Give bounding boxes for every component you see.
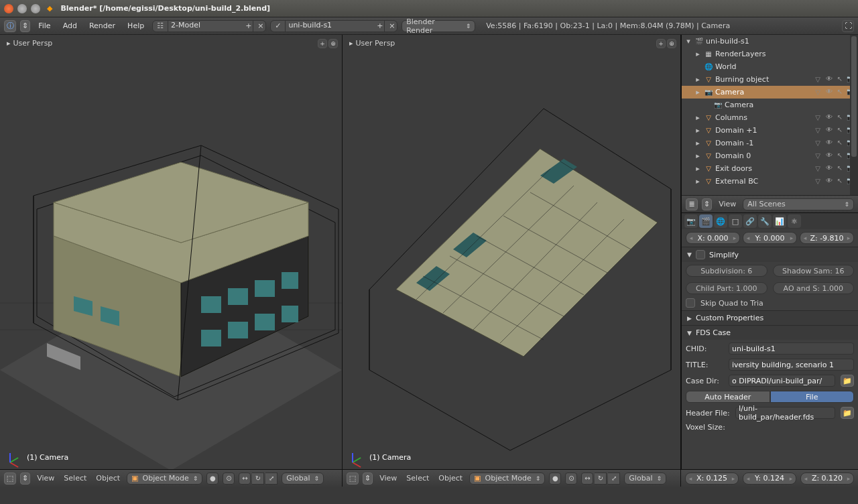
outliner-item[interactable]: ▸ ▽ Burning object | ▽ 👁 ↖ 📷 bbox=[682, 73, 858, 86]
fds-hdrfile-input[interactable]: I/uni-build_par/header.fds bbox=[735, 407, 835, 419]
manip-scale-icon[interactable]: ⤢ bbox=[265, 472, 278, 485]
expand-icon[interactable]: ▸ bbox=[694, 164, 702, 173]
panel-simplify-header[interactable]: ▼Simplify bbox=[682, 247, 858, 262]
orientation-dropdown[interactable]: Global⇕ bbox=[624, 472, 666, 485]
tab-data-icon[interactable]: 📊 bbox=[773, 214, 786, 228]
pivot-icon[interactable]: ⊙ bbox=[223, 472, 235, 485]
layout-add-icon[interactable]: + bbox=[241, 21, 253, 32]
view-menu[interactable]: View bbox=[377, 474, 400, 483]
selectable-icon[interactable]: ↖ bbox=[835, 126, 845, 135]
visibility-icon[interactable]: 👁 bbox=[824, 164, 834, 174]
object-data-icon[interactable]: ▽ bbox=[812, 113, 823, 123]
outliner-item[interactable]: ▸ ▽ Columns | ▽ 👁 ↖ 📷 bbox=[682, 111, 858, 124]
visibility-icon[interactable]: 👁 bbox=[824, 113, 834, 123]
visibility-icon[interactable]: 👁 bbox=[824, 151, 834, 161]
object-data-icon[interactable]: ▽ bbox=[812, 126, 823, 135]
fds-title-input[interactable]: iversity building, scenario 1 bbox=[729, 359, 854, 371]
object-data-icon[interactable]: ▽ bbox=[812, 151, 823, 161]
editor-type-icon[interactable]: ⓘ bbox=[4, 20, 16, 32]
object-data-icon[interactable]: ▽ bbox=[812, 177, 823, 186]
tab-physics-icon[interactable]: ⚛ bbox=[788, 214, 801, 228]
expand-icon[interactable]: ▸ bbox=[694, 113, 702, 122]
outliner-item[interactable]: ▸ ▽ Domain 0 | ▽ 👁 ↖ 📷 bbox=[682, 149, 858, 162]
selectable-icon[interactable]: ↖ bbox=[835, 177, 845, 186]
viewport-left[interactable]: ▸User Persp +⊕ (1) Camera bbox=[0, 35, 343, 469]
gravity-x[interactable]: ◂X: 0.000▸ bbox=[686, 232, 740, 244]
minimize-icon[interactable] bbox=[17, 4, 27, 13]
tab-render-icon[interactable]: 📷 bbox=[684, 214, 698, 228]
visibility-icon[interactable]: 👁 bbox=[824, 75, 834, 84]
tab-scene-icon[interactable]: 🎬 bbox=[699, 214, 713, 228]
shading-solid-icon[interactable]: ● bbox=[206, 472, 219, 485]
viewport-max-icon[interactable]: ⊕ bbox=[328, 39, 338, 48]
folder-icon[interactable]: 📁 bbox=[841, 407, 854, 419]
select-menu[interactable]: Select bbox=[404, 474, 432, 483]
expand-icon[interactable]: ▸ bbox=[694, 75, 702, 84]
outliner-world[interactable]: World bbox=[715, 62, 858, 71]
view-menu[interactable]: View bbox=[34, 474, 57, 483]
outliner-item[interactable]: ▸ ▽ Domain -1 | ▽ 👁 ↖ 📷 bbox=[682, 137, 858, 149]
outliner-item[interactable]: ▸ ▽ Exit doors | ▽ 👁 ↖ 📷 bbox=[682, 162, 858, 175]
fds-file-button[interactable]: File bbox=[770, 391, 855, 403]
header-expand-icon[interactable]: ⇕ bbox=[20, 472, 30, 485]
layout-name[interactable]: 2-Model bbox=[168, 21, 241, 32]
orientation-dropdown[interactable]: Global⇕ bbox=[282, 472, 324, 485]
viewport-right[interactable]: ▸User Persp +⊕ (1) Camera bbox=[343, 35, 681, 469]
select-menu[interactable]: Select bbox=[61, 474, 89, 483]
gravity-y[interactable]: ◂Y: 0.000▸ bbox=[743, 232, 797, 244]
outliner-item[interactable]: ▸ ▽ External BC | ▽ 👁 ↖ 📷 bbox=[682, 175, 858, 188]
skipquad-checkbox[interactable] bbox=[686, 298, 695, 308]
visibility-icon[interactable]: 👁 bbox=[824, 177, 834, 186]
panel-customprops-header[interactable]: ▶Custom Properties bbox=[682, 311, 858, 325]
tab-modifier-icon[interactable]: 🔧 bbox=[758, 214, 772, 228]
mode-dropdown[interactable]: ▣Object Mode⇕ bbox=[127, 472, 202, 485]
viewport-max-icon[interactable]: ⊕ bbox=[667, 39, 676, 48]
scene-browse-icon[interactable]: ✓ bbox=[271, 21, 286, 32]
scene-name[interactable]: uni-build-s1 bbox=[286, 21, 373, 32]
expand-icon[interactable]: ▸ bbox=[694, 50, 702, 58]
tab-constraint-icon[interactable]: 🔗 bbox=[743, 214, 757, 228]
close-icon[interactable] bbox=[4, 4, 13, 13]
tab-world-icon[interactable]: 🌐 bbox=[714, 214, 727, 228]
expand-icon[interactable]: ▸ bbox=[694, 139, 702, 147]
selectable-icon[interactable]: ↖ bbox=[835, 151, 845, 161]
expand-icon[interactable]: ▸ bbox=[694, 177, 702, 186]
visibility-icon[interactable]: 👁 bbox=[824, 126, 834, 135]
fds-chid-input[interactable]: uni-build-s1 bbox=[729, 342, 854, 355]
simplify-shadow[interactable]: Shadow Sam: 16 bbox=[773, 265, 855, 277]
layout-browse-icon[interactable]: ☷ bbox=[153, 21, 168, 32]
editor-type-icon[interactable]: ⬚ bbox=[347, 472, 359, 485]
fullscreen-icon[interactable]: ⛶ bbox=[842, 20, 854, 32]
expand-icon[interactable]: ▸ bbox=[694, 151, 702, 160]
simplify-checkbox[interactable] bbox=[696, 250, 705, 259]
object-data-icon[interactable]: ▽ bbox=[812, 75, 823, 84]
header-expand-icon[interactable]: ⇕ bbox=[363, 472, 373, 485]
expand-icon[interactable]: ▸ bbox=[694, 126, 702, 135]
menu-help[interactable]: Help bbox=[123, 21, 148, 30]
gravity-z[interactable]: ◂Z: -9.810▸ bbox=[800, 232, 854, 244]
voxel-z[interactable]: ◂Z: 0.120▸ bbox=[800, 472, 854, 485]
scene-add-icon[interactable]: + bbox=[373, 21, 385, 32]
fds-dir-input[interactable]: o DIPRADI/uni-build_par/ bbox=[729, 375, 835, 387]
simplify-ao[interactable]: AO and S: 1.000 bbox=[773, 282, 855, 294]
editor-type-icon[interactable]: ⬚ bbox=[4, 472, 16, 485]
shading-solid-icon[interactable]: ● bbox=[549, 472, 561, 485]
folder-icon[interactable]: 📁 bbox=[841, 375, 854, 387]
outliner-item-child[interactable]: 📷Camera bbox=[682, 99, 858, 111]
viewport-collapse-icon[interactable]: ▸ bbox=[349, 39, 353, 48]
selectable-icon[interactable]: ↖ bbox=[835, 75, 845, 84]
viewport-collapse-icon[interactable]: ▸ bbox=[7, 39, 11, 48]
tab-object-icon[interactable]: □ bbox=[729, 214, 742, 228]
voxel-y[interactable]: ◂Y: 0.124▸ bbox=[743, 472, 796, 485]
manip-translate-icon[interactable]: ↔ bbox=[581, 472, 593, 485]
visibility-icon[interactable]: 👁 bbox=[824, 139, 834, 148]
manip-scale-icon[interactable]: ⤢ bbox=[608, 472, 620, 485]
object-data-icon[interactable]: ▽ bbox=[812, 164, 823, 174]
fds-auto-button[interactable]: Auto Header bbox=[686, 391, 770, 403]
manip-translate-icon[interactable]: ↔ bbox=[239, 472, 251, 485]
outliner-view-menu[interactable]: View bbox=[716, 200, 739, 208]
expand-icon[interactable]: ▸ bbox=[694, 88, 702, 97]
outliner-item[interactable]: ▸ 📷 Camera | ▽ 👁 ↖ 📷 bbox=[682, 86, 858, 99]
voxel-x[interactable]: ◂X: 0.125▸ bbox=[685, 472, 739, 485]
simplify-subdiv[interactable]: Subdivision: 6 bbox=[686, 265, 768, 277]
